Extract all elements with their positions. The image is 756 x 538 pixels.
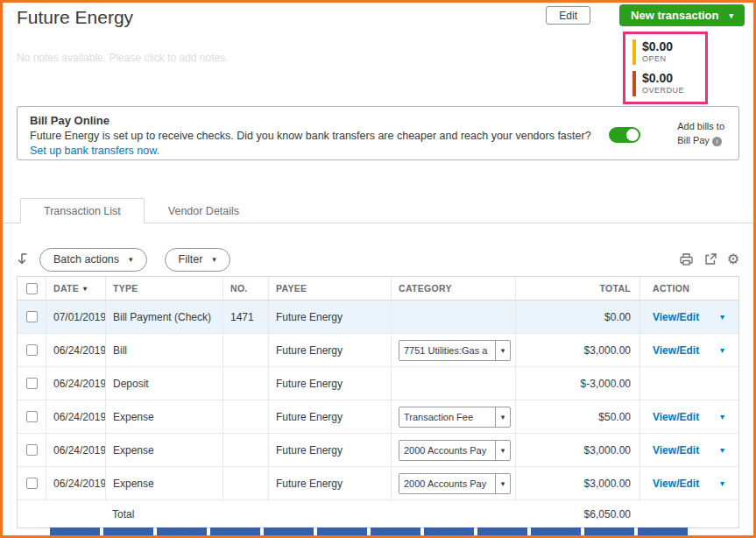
chevron-down-icon[interactable]: ▾ — [495, 407, 510, 427]
category-dropdown[interactable]: 2000 Accounts Pay ▾ — [399, 473, 511, 494]
table-row[interactable]: 06/24/2019 Expense Future Energy 2000 Ac… — [18, 467, 738, 500]
row-payee: Future Energy — [268, 467, 391, 499]
bottom-tile — [264, 527, 314, 535]
row-type: Bill Payment (Check) — [105, 301, 223, 333]
row-checkbox[interactable] — [26, 311, 38, 322]
chevron-down-icon[interactable]: ▾ — [495, 341, 510, 360]
row-checkbox-cell — [18, 434, 46, 466]
row-type: Expense — [105, 434, 223, 466]
select-all-cell — [18, 277, 46, 300]
overdue-balance-bar — [632, 71, 636, 96]
table-row[interactable]: 06/24/2019 Bill Future Energy 7751 Utili… — [18, 334, 738, 367]
action-dropdown-icon[interactable]: ▾ — [720, 412, 724, 421]
open-amount: $0.00 — [642, 39, 673, 53]
transaction-rows: 07/01/2019 Bill Payment (Check) 1471 Fut… — [18, 301, 738, 500]
new-transaction-button[interactable]: New transaction ▾ — [619, 4, 745, 26]
toggle-label-line1: Add bills to — [677, 121, 724, 131]
row-payee: Future Energy — [268, 434, 391, 466]
billpay-toggle[interactable] — [609, 127, 640, 143]
bottom-tile — [50, 527, 100, 535]
table-row[interactable]: 07/01/2019 Bill Payment (Check) 1471 Fut… — [18, 301, 738, 334]
print-icon[interactable] — [679, 252, 694, 266]
view-edit-link[interactable]: View/Edit — [653, 478, 699, 490]
view-edit-link[interactable]: View/Edit — [653, 344, 699, 357]
row-action-cell: View/Edit ▾ — [639, 434, 738, 466]
view-edit-link[interactable]: View/Edit — [653, 311, 699, 323]
view-edit-link[interactable]: View/Edit — [653, 444, 699, 457]
bottom-tile — [477, 527, 527, 535]
row-checkbox[interactable] — [26, 411, 38, 422]
chevron-down-icon[interactable]: ▾ — [495, 474, 510, 493]
category-value: 2000 Accounts Pay — [399, 441, 495, 460]
row-checkbox[interactable] — [26, 444, 38, 456]
toggle-knob — [626, 129, 639, 141]
row-checkbox[interactable] — [26, 378, 38, 389]
category-value: Transaction Fee — [399, 407, 495, 427]
row-category-cell: 2000 Accounts Pay ▾ — [391, 434, 515, 466]
filter-button[interactable]: Filter ▾ — [165, 248, 230, 272]
category-value: 2000 Accounts Pay — [399, 474, 495, 493]
export-icon[interactable] — [703, 252, 717, 266]
row-total: $50.00 — [515, 400, 639, 433]
page-title: Future Energy — [17, 7, 133, 28]
sort-arrow-icon[interactable] — [17, 251, 31, 267]
row-no — [223, 367, 268, 400]
column-header-payee: PAYEE — [268, 277, 391, 300]
column-header-date[interactable]: DATE ▾ — [46, 277, 105, 300]
category-dropdown[interactable]: Transaction Fee ▾ — [399, 407, 511, 428]
view-edit-link[interactable]: View/Edit — [653, 411, 699, 423]
tabs: Transaction List Vendor Details — [3, 198, 753, 223]
row-date: 06/24/2019 — [46, 467, 105, 499]
table-footer-row: Total $6,050.00 — [18, 500, 738, 528]
date-header-label: DATE — [53, 283, 79, 294]
table-row[interactable]: 06/24/2019 Expense Future Energy Transac… — [18, 400, 738, 434]
row-checkbox[interactable] — [26, 344, 38, 356]
bottom-tile — [157, 527, 207, 535]
row-date: 06/24/2019 — [46, 334, 105, 366]
info-icon[interactable]: i — [712, 137, 722, 146]
action-dropdown-icon[interactable]: ▾ — [720, 478, 724, 488]
overdue-balance: $0.00 OVERDUE — [632, 71, 698, 96]
column-header-total: TOTAL — [515, 277, 639, 300]
tab-vendor-details[interactable]: Vendor Details — [145, 198, 263, 223]
action-dropdown-icon[interactable]: ▾ — [720, 445, 724, 455]
billpay-message: Future Energy is set up to receive check… — [30, 130, 625, 142]
settings-gear-icon[interactable]: ⚙ — [727, 252, 739, 266]
row-no — [223, 334, 268, 366]
row-action-cell — [639, 367, 738, 400]
setup-bank-transfers-link[interactable]: Set up bank transfers now. — [30, 145, 159, 157]
bottom-tile — [371, 527, 420, 535]
table-row[interactable]: 06/24/2019 Deposit Future Energy $-3,000… — [18, 367, 738, 400]
row-no — [223, 467, 268, 499]
row-no — [223, 400, 268, 433]
open-balance-bar — [632, 39, 636, 65]
notes-placeholder[interactable]: No notes available. Please click to add … — [17, 52, 228, 64]
select-all-checkbox[interactable] — [26, 283, 38, 294]
tab-transaction-list[interactable]: Transaction List — [20, 198, 145, 223]
row-checkbox[interactable] — [26, 478, 38, 489]
bottom-cropped-strip — [50, 527, 688, 535]
row-category-cell — [391, 367, 515, 400]
table-row[interactable]: 06/24/2019 Expense Future Energy 2000 Ac… — [18, 434, 738, 467]
category-dropdown[interactable]: 2000 Accounts Pay ▾ — [399, 440, 511, 461]
row-checkbox-cell — [18, 334, 46, 366]
row-date: 06/24/2019 — [46, 434, 105, 466]
row-total: $3,000.00 — [515, 467, 639, 499]
action-dropdown-icon[interactable]: ▾ — [720, 345, 724, 355]
chevron-down-icon[interactable]: ▾ — [495, 441, 510, 460]
category-dropdown[interactable]: 7751 Utilities:Gas a ▾ — [399, 340, 511, 361]
column-header-action: ACTION — [639, 277, 738, 300]
filter-label: Filter — [179, 253, 203, 265]
batch-actions-button[interactable]: Batch actions ▾ — [39, 248, 147, 272]
balance-summary: $0.00 OPEN $0.00 OVERDUE — [623, 32, 708, 104]
row-category-cell: 7751 Utilities:Gas a ▾ — [391, 334, 515, 366]
row-total: $3,000.00 — [515, 434, 639, 466]
vendor-detail-page: Future Energy Edit New transaction ▾ No … — [0, 0, 756, 538]
edit-button[interactable]: Edit — [546, 6, 590, 25]
chevron-down-icon: ▾ — [129, 255, 133, 264]
page-header: Future Energy Edit New transaction ▾ No … — [3, 3, 753, 101]
overdue-amount: $0.00 — [642, 71, 684, 85]
footer-total-label: Total — [105, 508, 223, 520]
action-dropdown-icon[interactable]: ▾ — [720, 312, 724, 322]
row-category-cell: 2000 Accounts Pay ▾ — [391, 467, 515, 499]
